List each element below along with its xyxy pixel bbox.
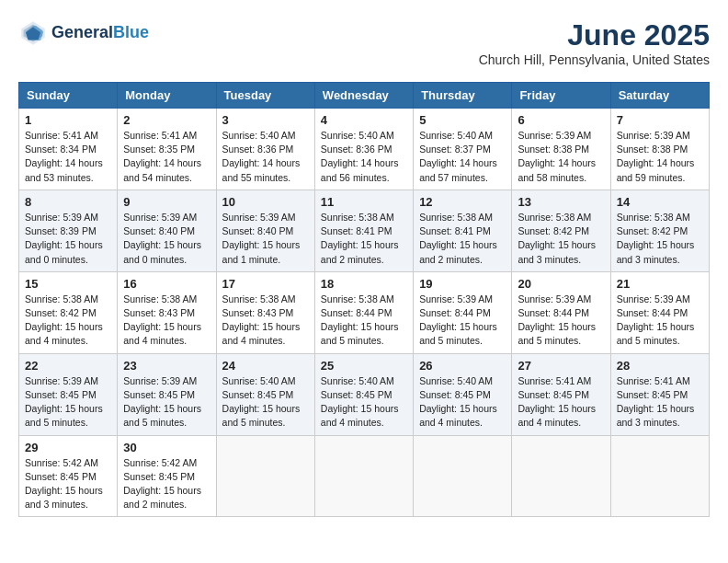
- cell-info: Sunrise: 5:40 AMSunset: 8:36 PMDaylight:…: [222, 129, 309, 185]
- calendar-cell: 18Sunrise: 5:38 AMSunset: 8:44 PMDayligh…: [314, 271, 413, 353]
- calendar-cell: 27Sunrise: 5:41 AMSunset: 8:45 PMDayligh…: [512, 353, 610, 435]
- calendar-cell: 11Sunrise: 5:38 AMSunset: 8:41 PMDayligh…: [314, 190, 413, 271]
- cell-info: Sunrise: 5:38 AMSunset: 8:41 PMDaylight:…: [321, 211, 407, 267]
- day-number: 22: [25, 359, 111, 373]
- cell-info: Sunrise: 5:38 AMSunset: 8:43 PMDaylight:…: [222, 293, 309, 349]
- day-number: 19: [419, 277, 506, 291]
- day-number: 13: [518, 195, 604, 209]
- logo: GeneralBlue: [18, 18, 149, 48]
- calendar-cell: 17Sunrise: 5:38 AMSunset: 8:43 PMDayligh…: [216, 271, 314, 353]
- calendar-cell: [216, 435, 314, 517]
- day-number: 28: [617, 359, 703, 373]
- cell-info: Sunrise: 5:38 AMSunset: 8:41 PMDaylight:…: [419, 211, 506, 267]
- calendar-week-row: 1Sunrise: 5:41 AMSunset: 8:34 PMDaylight…: [19, 109, 710, 190]
- calendar-cell: 19Sunrise: 5:39 AMSunset: 8:44 PMDayligh…: [414, 271, 512, 353]
- cell-info: Sunrise: 5:41 AMSunset: 8:45 PMDaylight:…: [617, 374, 703, 431]
- cell-info: Sunrise: 5:39 AMSunset: 8:44 PMDaylight:…: [419, 293, 506, 349]
- cell-info: Sunrise: 5:39 AMSunset: 8:45 PMDaylight:…: [123, 374, 210, 431]
- day-number: 24: [222, 359, 309, 373]
- cell-info: Sunrise: 5:41 AMSunset: 8:35 PMDaylight:…: [123, 129, 210, 185]
- day-number: 11: [321, 195, 407, 209]
- logo-icon: [18, 18, 48, 48]
- day-number: 7: [617, 113, 703, 127]
- calendar-cell: [512, 435, 610, 517]
- cell-info: Sunrise: 5:40 AMSunset: 8:45 PMDaylight:…: [321, 374, 407, 431]
- day-number: 15: [25, 277, 111, 291]
- cell-info: Sunrise: 5:40 AMSunset: 8:45 PMDaylight:…: [222, 374, 309, 431]
- calendar-cell: 16Sunrise: 5:38 AMSunset: 8:43 PMDayligh…: [118, 271, 216, 353]
- day-number: 23: [123, 359, 210, 373]
- calendar-cell: 7Sunrise: 5:39 AMSunset: 8:38 PMDaylight…: [610, 109, 709, 190]
- calendar-cell: 10Sunrise: 5:39 AMSunset: 8:40 PMDayligh…: [216, 190, 314, 271]
- calendar-cell: 30Sunrise: 5:42 AMSunset: 8:45 PMDayligh…: [118, 435, 216, 517]
- day-number: 20: [518, 277, 604, 291]
- calendar-cell: 23Sunrise: 5:39 AMSunset: 8:45 PMDayligh…: [118, 353, 216, 435]
- day-number: 10: [222, 195, 309, 209]
- col-header-wednesday: Wednesday: [314, 83, 413, 109]
- cell-info: Sunrise: 5:40 AMSunset: 8:37 PMDaylight:…: [419, 129, 506, 185]
- day-number: 6: [518, 113, 604, 127]
- calendar-header-row: SundayMondayTuesdayWednesdayThursdayFrid…: [19, 83, 710, 109]
- cell-info: Sunrise: 5:39 AMSunset: 8:38 PMDaylight:…: [518, 129, 604, 185]
- page-header: GeneralBlue June 2025 Church Hill, Penns…: [18, 18, 710, 67]
- day-number: 9: [123, 195, 210, 209]
- calendar-cell: 4Sunrise: 5:40 AMSunset: 8:36 PMDaylight…: [314, 109, 413, 190]
- calendar-cell: [610, 435, 709, 517]
- day-number: 30: [123, 441, 210, 454]
- cell-info: Sunrise: 5:40 AMSunset: 8:45 PMDaylight:…: [419, 374, 506, 431]
- col-header-monday: Monday: [118, 83, 216, 109]
- cell-info: Sunrise: 5:39 AMSunset: 8:40 PMDaylight:…: [123, 211, 210, 267]
- calendar-week-row: 8Sunrise: 5:39 AMSunset: 8:39 PMDaylight…: [19, 190, 710, 271]
- col-header-saturday: Saturday: [610, 83, 709, 109]
- calendar-cell: 14Sunrise: 5:38 AMSunset: 8:42 PMDayligh…: [610, 190, 709, 271]
- cell-info: Sunrise: 5:39 AMSunset: 8:44 PMDaylight:…: [518, 293, 604, 349]
- calendar-cell: 20Sunrise: 5:39 AMSunset: 8:44 PMDayligh…: [512, 271, 610, 353]
- calendar-cell: 28Sunrise: 5:41 AMSunset: 8:45 PMDayligh…: [610, 353, 709, 435]
- day-number: 26: [419, 359, 506, 373]
- cell-info: Sunrise: 5:42 AMSunset: 8:45 PMDaylight:…: [123, 456, 210, 512]
- calendar-cell: 8Sunrise: 5:39 AMSunset: 8:39 PMDaylight…: [19, 190, 118, 271]
- cell-info: Sunrise: 5:39 AMSunset: 8:44 PMDaylight:…: [617, 293, 703, 349]
- col-header-friday: Friday: [512, 83, 610, 109]
- calendar-cell: 12Sunrise: 5:38 AMSunset: 8:41 PMDayligh…: [414, 190, 512, 271]
- month-year-title: June 2025: [479, 18, 710, 52]
- calendar-cell: 26Sunrise: 5:40 AMSunset: 8:45 PMDayligh…: [414, 353, 512, 435]
- day-number: 18: [321, 277, 407, 291]
- calendar-cell: [414, 435, 512, 517]
- calendar-cell: 1Sunrise: 5:41 AMSunset: 8:34 PMDaylight…: [19, 109, 118, 190]
- cell-info: Sunrise: 5:40 AMSunset: 8:36 PMDaylight:…: [321, 129, 407, 185]
- cell-info: Sunrise: 5:38 AMSunset: 8:42 PMDaylight:…: [518, 211, 604, 267]
- cell-info: Sunrise: 5:39 AMSunset: 8:45 PMDaylight:…: [25, 374, 111, 431]
- title-block: June 2025 Church Hill, Pennsylvania, Uni…: [479, 18, 710, 67]
- calendar-cell: 22Sunrise: 5:39 AMSunset: 8:45 PMDayligh…: [19, 353, 118, 435]
- logo-text-line1: GeneralBlue: [51, 24, 149, 42]
- calendar-cell: 6Sunrise: 5:39 AMSunset: 8:38 PMDaylight…: [512, 109, 610, 190]
- col-header-thursday: Thursday: [414, 83, 512, 109]
- calendar-cell: 2Sunrise: 5:41 AMSunset: 8:35 PMDaylight…: [118, 109, 216, 190]
- cell-info: Sunrise: 5:38 AMSunset: 8:42 PMDaylight:…: [25, 293, 111, 349]
- calendar-week-row: 29Sunrise: 5:42 AMSunset: 8:45 PMDayligh…: [19, 435, 710, 517]
- cell-info: Sunrise: 5:39 AMSunset: 8:38 PMDaylight:…: [617, 129, 703, 185]
- cell-info: Sunrise: 5:41 AMSunset: 8:45 PMDaylight:…: [518, 374, 604, 431]
- day-number: 12: [419, 195, 506, 209]
- calendar-cell: 24Sunrise: 5:40 AMSunset: 8:45 PMDayligh…: [216, 353, 314, 435]
- calendar-week-row: 22Sunrise: 5:39 AMSunset: 8:45 PMDayligh…: [19, 353, 710, 435]
- calendar-cell: 13Sunrise: 5:38 AMSunset: 8:42 PMDayligh…: [512, 190, 610, 271]
- day-number: 2: [123, 113, 210, 127]
- cell-info: Sunrise: 5:39 AMSunset: 8:40 PMDaylight:…: [222, 211, 309, 267]
- day-number: 3: [222, 113, 309, 127]
- day-number: 29: [25, 441, 111, 454]
- calendar-cell: 9Sunrise: 5:39 AMSunset: 8:40 PMDaylight…: [118, 190, 216, 271]
- calendar-cell: [314, 435, 413, 517]
- day-number: 4: [321, 113, 407, 127]
- day-number: 16: [123, 277, 210, 291]
- calendar-cell: 3Sunrise: 5:40 AMSunset: 8:36 PMDaylight…: [216, 109, 314, 190]
- location-subtitle: Church Hill, Pennsylvania, United States: [479, 52, 710, 67]
- calendar-week-row: 15Sunrise: 5:38 AMSunset: 8:42 PMDayligh…: [19, 271, 710, 353]
- day-number: 17: [222, 277, 309, 291]
- day-number: 14: [617, 195, 703, 209]
- calendar-cell: 15Sunrise: 5:38 AMSunset: 8:42 PMDayligh…: [19, 271, 118, 353]
- calendar-cell: 29Sunrise: 5:42 AMSunset: 8:45 PMDayligh…: [19, 435, 118, 517]
- day-number: 21: [617, 277, 703, 291]
- cell-info: Sunrise: 5:42 AMSunset: 8:45 PMDaylight:…: [25, 456, 111, 512]
